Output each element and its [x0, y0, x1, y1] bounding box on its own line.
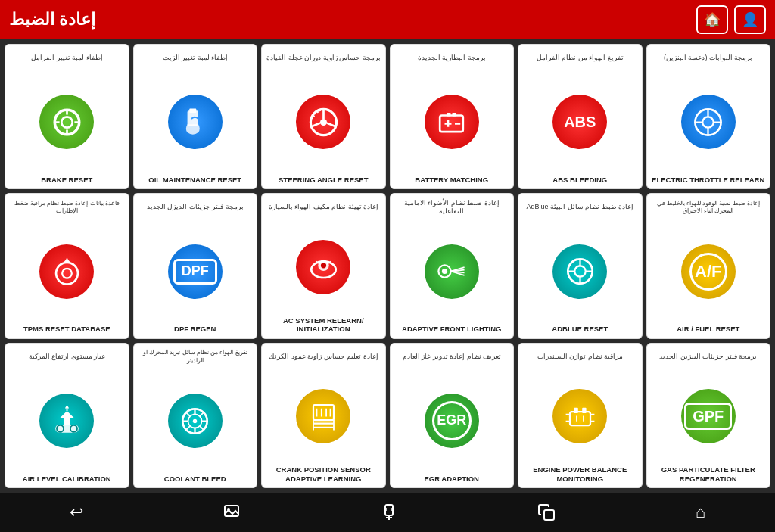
card-arabic-battery: برمجة البطارية الجديدة	[394, 48, 511, 69]
header: إعادة الضبط 🏠 👤	[0, 0, 775, 39]
card-arabic-adblue: إعادة ضبط نظام سائل البيئة AdBlue	[521, 197, 639, 218]
card-label-af: AIR / FUEL RESET	[677, 325, 739, 333]
svg-point-1	[61, 117, 72, 127]
card-label-coolant: COOLANT BLEED	[164, 474, 226, 483]
svg-point-20	[703, 117, 714, 127]
card-coolant-bleed[interactable]: تفريغ الهواء من نظام سائل تبريد المحرك ا…	[133, 343, 258, 488]
abs-bleeding-icon: ABS	[552, 95, 607, 149]
card-arabic-engine: مراقبة نظام توازن السلندرات	[521, 347, 639, 368]
usb-button[interactable]	[368, 497, 410, 527]
svg-rect-15	[453, 113, 456, 117]
card-tpms-reset-database[interactable]: قاعدة بيانات إعادة ضبط نظام مراقبة ضغط ا…	[5, 193, 129, 338]
card-ac-system-relearn[interactable]: إعادة تهيئة نظام مكيف الهواء بالسيارة AC…	[261, 193, 386, 338]
main-content: إطفاء لمبة تغيير الفرامل BRAKE RESET إطف…	[0, 39, 775, 493]
svg-point-34	[442, 269, 447, 274]
svg-point-40	[574, 266, 585, 277]
card-arabic-tpms: قاعدة بيانات إعادة ضبط نظام مراقبة ضغط ا…	[8, 197, 126, 218]
svg-marker-49	[65, 405, 69, 409]
card-label-dpf: DPF REGEN	[174, 325, 216, 333]
home-header-button[interactable]: 🏠	[696, 5, 728, 34]
card-adblue-reset[interactable]: إعادة ضبط نظام سائل البيئة AdBlue ADBLUE…	[518, 193, 643, 338]
ac-system-icon	[296, 240, 350, 294]
card-arabic-ac: إعادة تهيئة نظام مكيف الهواء بالسيارة	[265, 197, 382, 218]
card-arabic-af: إعادة ضبط نسبة الوقود للهواء بالخليط في …	[650, 197, 767, 218]
steering-angle-icon	[296, 95, 350, 149]
card-brake-reset[interactable]: إطفاء لمبة تغيير الفرامل BRAKE RESET	[5, 44, 129, 189]
card-arabic-throttle: برمجة البوابات (دعسة البنزين)	[650, 48, 767, 69]
svg-rect-14	[447, 113, 450, 117]
af-icon: A/F	[681, 244, 736, 299]
card-arabic-crank: إعادة تعليم حساس زاوية عمود الكرنك	[265, 347, 382, 368]
card-label-gpf: GAS PARTICULATE FILTER REGENERATION	[650, 465, 767, 483]
card-label-steering: STEERING ANGLE RESET	[279, 176, 368, 184]
cards-grid: إطفاء لمبة تغيير الفرامل BRAKE RESET إطف…	[5, 44, 770, 488]
card-arabic-brake-reset: إطفاء لمبة تغيير الفرامل	[8, 48, 126, 69]
svg-rect-72	[582, 408, 586, 413]
crank-icon	[296, 389, 350, 443]
card-engine-power-balance[interactable]: مراقبة نظام توازن السلندرات ENGINE POWER…	[518, 343, 643, 488]
back-button[interactable]: ↩	[58, 496, 95, 528]
home-bottom-button[interactable]: ⌂	[683, 496, 717, 528]
gallery-button[interactable]	[210, 497, 253, 527]
svg-line-58	[200, 425, 204, 429]
card-air-fuel-reset[interactable]: إعادة ضبط نسبة الوقود للهواء بالخليط في …	[646, 193, 771, 338]
svg-line-60	[186, 425, 190, 429]
card-label-tpms: TPMS RESET DATABASE	[23, 325, 110, 333]
card-label-oil: OIL MAINTENANCE RESET	[148, 176, 241, 184]
svg-point-25	[56, 263, 78, 285]
card-electric-throttle-relearn[interactable]: برمجة البوابات (دعسة البنزين) ELECTRIC T…	[646, 44, 771, 189]
card-egr-adaption[interactable]: تعريف نظام إعادة تدوير غاز العادم EGR EG…	[390, 343, 515, 488]
svg-rect-86	[544, 510, 554, 520]
card-battery-matching[interactable]: برمجة البطارية الجديدة BATTERY MATCHING	[390, 44, 515, 189]
card-arabic-dpf: برمجة فلتر جزيئات الديزل الجديد	[137, 197, 254, 218]
battery-matching-icon	[425, 95, 479, 149]
card-label-engine: ENGINE POWER BALANCE MONITORING	[521, 465, 639, 483]
header-title: إعادة الضبط	[9, 10, 95, 30]
svg-line-57	[186, 412, 190, 415]
card-arabic-egr: تعريف نظام إعادة تدوير غاز العادم	[394, 347, 511, 368]
svg-point-52	[193, 418, 197, 422]
card-label-lighting: ADAPTIVE FRONT LIGHTING	[402, 325, 501, 333]
bottom-navigation: ↩ ⌂	[0, 493, 775, 532]
card-label-abs: ABS BLEEDING	[552, 176, 607, 184]
adblue-icon	[552, 244, 607, 299]
card-arabic-airlevel: عيار مستوى ارتفاع المركبة	[8, 347, 126, 368]
dpf-icon: DPF	[168, 244, 223, 299]
air-level-icon	[39, 394, 94, 448]
card-label-egr: EGR ADAPTION	[425, 474, 479, 483]
card-label-ac: AC SYSTEM RELEARN/ INITIALIZATION	[265, 316, 382, 334]
header-icons: 🏠 👤	[696, 5, 766, 34]
copy-button[interactable]	[525, 497, 568, 527]
card-label-brake-reset: BRAKE RESET	[41, 176, 92, 184]
card-adaptive-front-lighting[interactable]: إعادة ضبط نظام الأضواء الامامية التفاعلي…	[390, 193, 515, 338]
card-label-adblue: ADBLUE RESET	[552, 325, 608, 333]
svg-point-9	[320, 119, 327, 126]
card-dpf-regen[interactable]: برمجة فلتر جزيئات الديزل الجديد DPF DPF …	[133, 193, 258, 338]
card-arabic-lighting: إعادة ضبط نظام الأضواء الامامية التفاعلي…	[394, 197, 511, 218]
card-steering-angle-reset[interactable]: برمجة حساس زاوية دوران عجلة القيادة STEE…	[261, 44, 386, 189]
user-header-button[interactable]: 👤	[734, 5, 766, 34]
svg-point-30	[321, 263, 326, 268]
card-oil-maintenance-reset[interactable]: إطفاء لمبة تغيير الزيت OIL MAINTENANCE R…	[133, 44, 258, 189]
card-label-throttle: ELECTRIC THROTTLE RELEARN	[652, 176, 764, 184]
card-abs-bleeding[interactable]: تفريغ الهواء من نظام الفرامل ABS ABS BLE…	[518, 44, 643, 189]
oil-maintenance-icon	[168, 95, 223, 149]
svg-rect-7	[190, 108, 197, 112]
coolant-icon	[168, 394, 223, 448]
card-air-level-calibration[interactable]: عيار مستوى ارتفاع المركبة AIR LEVEL CALI…	[5, 343, 129, 488]
egr-icon: EGR	[425, 394, 479, 448]
svg-rect-70	[570, 412, 590, 425]
card-crank-position-sensor[interactable]: إعادة تعليم حساس زاوية عمود الكرنك CRANK…	[261, 343, 386, 488]
svg-line-59	[200, 412, 204, 415]
gpf-icon: GPF	[681, 389, 736, 443]
card-arabic-steering: برمجة حساس زاوية دوران عجلة القيادة	[265, 48, 382, 69]
svg-point-26	[62, 269, 72, 278]
adaptive-lighting-icon	[425, 244, 479, 299]
engine-icon	[552, 389, 607, 443]
card-arabic-gpf: برمجة فلتر جزيئات البنزين الجديد	[650, 347, 767, 368]
brake-reset-icon	[39, 95, 94, 149]
card-arabic-coolant: تفريغ الهواء من نظام سائل تبريد المحرك ا…	[137, 347, 254, 368]
card-gas-particulate-filter[interactable]: برمجة فلتر جزيئات البنزين الجديد GPF GAS…	[646, 343, 771, 488]
card-arabic-oil: إطفاء لمبة تغيير الزيت	[137, 48, 254, 69]
card-arabic-abs: تفريغ الهواء من نظام الفرامل	[521, 48, 639, 69]
